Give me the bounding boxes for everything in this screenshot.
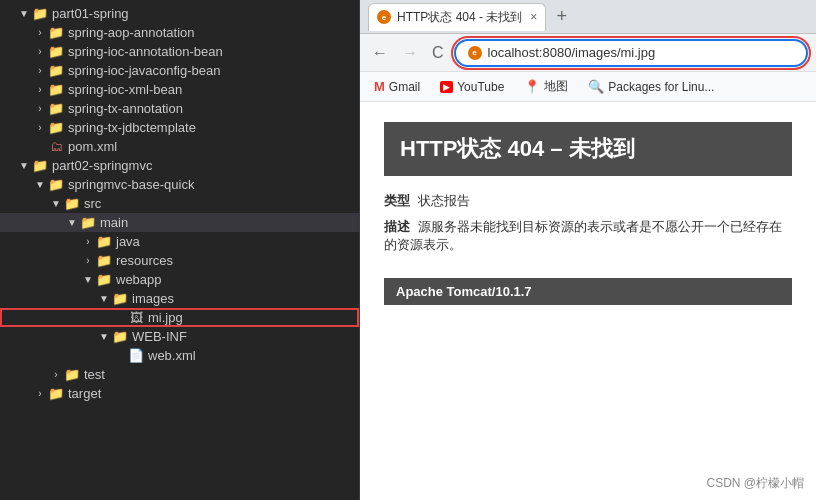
tomcat-footer: Apache Tomcat/10.1.7 xyxy=(384,278,792,305)
url-input[interactable]: localhost:8080/images/mi.jpg xyxy=(488,45,794,60)
label-ioc-anno: spring-ioc-annotation-bean xyxy=(68,44,223,59)
tab-favicon: e xyxy=(377,10,391,24)
folder-icon-ioc-java: 📁 xyxy=(48,63,64,78)
chevron-springmvc-base: ▼ xyxy=(32,179,48,190)
tree-item-mi-jpg[interactable]: 🖼 mi.jpg xyxy=(0,308,359,327)
chevron-src: ▼ xyxy=(48,198,64,209)
tree-item-webapp[interactable]: ▼ 📁 webapp xyxy=(0,270,359,289)
label-src: src xyxy=(84,196,101,211)
tab-close-button[interactable]: × xyxy=(530,10,537,24)
tree-item-webinf[interactable]: ▼ 📁 WEB-INF xyxy=(0,327,359,346)
error-type-row: 类型 状态报告 xyxy=(384,192,792,210)
tree-item-main[interactable]: ▼ 📁 main xyxy=(0,213,359,232)
folder-icon-resources: 📁 xyxy=(96,253,112,268)
folder-icon-webinf: 📁 xyxy=(112,329,128,344)
tree-item-spring-aop[interactable]: › 📁 spring-aop-annotation xyxy=(0,23,359,42)
folder-icon-part02: 📁 xyxy=(32,158,48,173)
watermark: CSDN @柠檬小帽 xyxy=(706,475,804,492)
bookmark-maps[interactable]: 📍 地图 xyxy=(518,76,574,97)
tree-item-spring-ioc-xml[interactable]: › 📁 spring-ioc-xml-bean xyxy=(0,80,359,99)
label-main: main xyxy=(100,215,128,230)
folder-icon-springmvc-base: 📁 xyxy=(48,177,64,192)
tree-item-pom[interactable]: 🗂 pom.xml xyxy=(0,137,359,156)
label-java: java xyxy=(116,234,140,249)
chevron-webapp: ▼ xyxy=(80,274,96,285)
label-part02: part02-springmvc xyxy=(52,158,152,173)
tree-item-springmvc-base[interactable]: ▼ 📁 springmvc-base-quick xyxy=(0,175,359,194)
tree-item-java[interactable]: › 📁 java xyxy=(0,232,359,251)
folder-icon-images: 📁 xyxy=(112,291,128,306)
tree-item-part01-spring[interactable]: ▼ 📁 part01-spring xyxy=(0,4,359,23)
tree-item-spring-tx-anno[interactable]: › 📁 spring-tx-annotation xyxy=(0,99,359,118)
label-test: test xyxy=(84,367,105,382)
url-favicon: e xyxy=(468,46,482,60)
label-web-xml: web.xml xyxy=(148,348,196,363)
tree-item-src[interactable]: ▼ 📁 src xyxy=(0,194,359,213)
label-tx-anno: spring-tx-annotation xyxy=(68,101,183,116)
label-springmvc-base: springmvc-base-quick xyxy=(68,177,194,192)
folder-icon-target: 📁 xyxy=(48,386,64,401)
label-target: target xyxy=(68,386,101,401)
folder-icon-tx-jdbc: 📁 xyxy=(48,120,64,135)
tree-item-spring-ioc-java[interactable]: › 📁 spring-ioc-javaconfig-bean xyxy=(0,61,359,80)
label-webapp: webapp xyxy=(116,272,162,287)
label-ioc-java: spring-ioc-javaconfig-bean xyxy=(68,63,220,78)
folder-icon-test: 📁 xyxy=(64,367,80,382)
browser-panel: e HTTP状态 404 - 未找到 × + ← → C e localhost… xyxy=(360,0,816,500)
bookmark-gmail[interactable]: M Gmail xyxy=(368,77,426,96)
label-webinf: WEB-INF xyxy=(132,329,187,344)
packages-icon: 🔍 xyxy=(588,79,604,94)
back-button[interactable]: ← xyxy=(368,42,392,64)
folder-icon-webapp: 📁 xyxy=(96,272,112,287)
bookmark-youtube[interactable]: ▶ YouTube xyxy=(434,78,510,96)
folder-icon-part01: 📁 xyxy=(32,6,48,21)
tab-bar: e HTTP状态 404 - 未找到 × + xyxy=(360,0,816,34)
tab-title: HTTP状态 404 - 未找到 xyxy=(397,9,522,26)
tree-item-test[interactable]: › 📁 test xyxy=(0,365,359,384)
bookmark-packages[interactable]: 🔍 Packages for Linu... xyxy=(582,77,720,96)
folder-icon-java: 📁 xyxy=(96,234,112,249)
tree-item-spring-ioc-anno[interactable]: › 📁 spring-ioc-annotation-bean xyxy=(0,42,359,61)
folder-icon-tx-anno: 📁 xyxy=(48,101,64,116)
folder-icon-main: 📁 xyxy=(80,215,96,230)
chevron-part02: ▼ xyxy=(16,160,32,171)
folder-icon-src: 📁 xyxy=(64,196,80,211)
chevron-ioc-anno: › xyxy=(32,46,48,57)
type-label: 类型 xyxy=(384,193,410,208)
refresh-button[interactable]: C xyxy=(428,42,448,64)
bookmarks-bar: M Gmail ▶ YouTube 📍 地图 🔍 Packages for Li… xyxy=(360,72,816,102)
label-tx-jdbc: spring-tx-jdbctemplate xyxy=(68,120,196,135)
page-content: HTTP状态 404 – 未找到 类型 状态报告 描述 源服务器未能找到目标资源… xyxy=(360,102,816,500)
chevron-part01: ▼ xyxy=(16,8,32,19)
chevron-ioc-xml: › xyxy=(32,84,48,95)
forward-button[interactable]: → xyxy=(398,42,422,64)
error-desc-row: 描述 源服务器未能找到目标资源的表示或者是不愿公开一个已经存在的资源表示。 xyxy=(384,218,792,254)
label-mi-jpg: mi.jpg xyxy=(148,310,183,325)
desc-label: 描述 xyxy=(384,219,410,234)
tree-item-target[interactable]: › 📁 target xyxy=(0,384,359,403)
label-part01: part01-spring xyxy=(52,6,129,21)
tree-item-resources[interactable]: › 📁 resources xyxy=(0,251,359,270)
chevron-ioc-java: › xyxy=(32,65,48,76)
tree-item-spring-tx-jdbc[interactable]: › 📁 spring-tx-jdbctemplate xyxy=(0,118,359,137)
file-tree: ▼ 📁 part01-spring › 📁 spring-aop-annotat… xyxy=(0,0,360,500)
chevron-target: › xyxy=(32,388,48,399)
chevron-webinf: ▼ xyxy=(96,331,112,342)
chevron-tx-jdbc: › xyxy=(32,122,48,133)
youtube-icon: ▶ xyxy=(440,81,453,93)
folder-icon-ioc-anno: 📁 xyxy=(48,44,64,59)
chevron-test: › xyxy=(48,369,64,380)
new-tab-button[interactable]: + xyxy=(550,6,573,27)
chevron-aop: › xyxy=(32,27,48,38)
chevron-images: ▼ xyxy=(96,293,112,304)
tree-item-part02[interactable]: ▼ 📁 part02-springmvc xyxy=(0,156,359,175)
chevron-tx-anno: › xyxy=(32,103,48,114)
browser-tab[interactable]: e HTTP状态 404 - 未找到 × xyxy=(368,3,546,31)
folder-icon-aop: 📁 xyxy=(48,25,64,40)
tree-item-images[interactable]: ▼ 📁 images xyxy=(0,289,359,308)
tree-item-web-xml[interactable]: 📄 web.xml xyxy=(0,346,359,365)
url-box[interactable]: e localhost:8080/images/mi.jpg xyxy=(454,39,808,67)
desc-value: 源服务器未能找到目标资源的表示或者是不愿公开一个已经存在的资源表示。 xyxy=(384,219,782,252)
address-bar: ← → C e localhost:8080/images/mi.jpg xyxy=(360,34,816,72)
file-icon-web-xml: 📄 xyxy=(128,348,144,363)
